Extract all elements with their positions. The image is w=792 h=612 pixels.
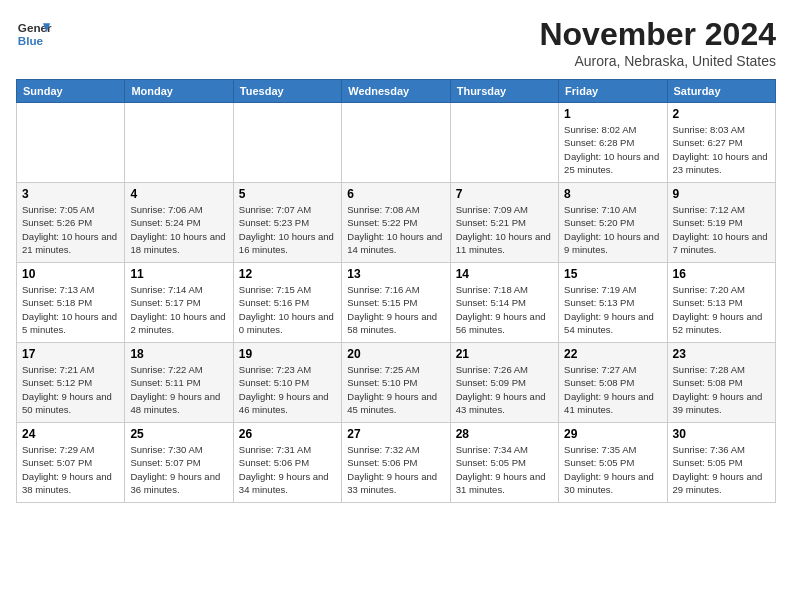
calendar-cell: 20Sunrise: 7:25 AMSunset: 5:10 PMDayligh… xyxy=(342,343,450,423)
weekday-header-friday: Friday xyxy=(559,80,667,103)
day-number: 1 xyxy=(564,107,661,121)
day-info: Sunrise: 7:36 AMSunset: 5:05 PMDaylight:… xyxy=(673,443,770,496)
day-number: 15 xyxy=(564,267,661,281)
day-info: Sunrise: 7:09 AMSunset: 5:21 PMDaylight:… xyxy=(456,203,553,256)
calendar-cell: 17Sunrise: 7:21 AMSunset: 5:12 PMDayligh… xyxy=(17,343,125,423)
day-number: 27 xyxy=(347,427,444,441)
day-info: Sunrise: 7:14 AMSunset: 5:17 PMDaylight:… xyxy=(130,283,227,336)
logo-icon: General Blue xyxy=(16,16,52,52)
calendar-cell: 15Sunrise: 7:19 AMSunset: 5:13 PMDayligh… xyxy=(559,263,667,343)
weekday-header-monday: Monday xyxy=(125,80,233,103)
day-info: Sunrise: 7:21 AMSunset: 5:12 PMDaylight:… xyxy=(22,363,119,416)
day-info: Sunrise: 7:08 AMSunset: 5:22 PMDaylight:… xyxy=(347,203,444,256)
calendar-cell: 8Sunrise: 7:10 AMSunset: 5:20 PMDaylight… xyxy=(559,183,667,263)
calendar-week-row: 10Sunrise: 7:13 AMSunset: 5:18 PMDayligh… xyxy=(17,263,776,343)
day-number: 21 xyxy=(456,347,553,361)
calendar-week-row: 3Sunrise: 7:05 AMSunset: 5:26 PMDaylight… xyxy=(17,183,776,263)
day-info: Sunrise: 7:18 AMSunset: 5:14 PMDaylight:… xyxy=(456,283,553,336)
day-number: 6 xyxy=(347,187,444,201)
day-info: Sunrise: 8:03 AMSunset: 6:27 PMDaylight:… xyxy=(673,123,770,176)
calendar-cell xyxy=(342,103,450,183)
day-info: Sunrise: 7:34 AMSunset: 5:05 PMDaylight:… xyxy=(456,443,553,496)
calendar-cell: 6Sunrise: 7:08 AMSunset: 5:22 PMDaylight… xyxy=(342,183,450,263)
day-info: Sunrise: 7:05 AMSunset: 5:26 PMDaylight:… xyxy=(22,203,119,256)
calendar-cell: 10Sunrise: 7:13 AMSunset: 5:18 PMDayligh… xyxy=(17,263,125,343)
day-number: 23 xyxy=(673,347,770,361)
calendar-cell: 1Sunrise: 8:02 AMSunset: 6:28 PMDaylight… xyxy=(559,103,667,183)
day-info: Sunrise: 7:25 AMSunset: 5:10 PMDaylight:… xyxy=(347,363,444,416)
calendar-cell: 7Sunrise: 7:09 AMSunset: 5:21 PMDaylight… xyxy=(450,183,558,263)
day-number: 3 xyxy=(22,187,119,201)
svg-text:Blue: Blue xyxy=(18,34,44,47)
calendar-cell: 22Sunrise: 7:27 AMSunset: 5:08 PMDayligh… xyxy=(559,343,667,423)
calendar-week-row: 17Sunrise: 7:21 AMSunset: 5:12 PMDayligh… xyxy=(17,343,776,423)
calendar-cell: 23Sunrise: 7:28 AMSunset: 5:08 PMDayligh… xyxy=(667,343,775,423)
day-number: 30 xyxy=(673,427,770,441)
day-number: 14 xyxy=(456,267,553,281)
calendar-cell: 27Sunrise: 7:32 AMSunset: 5:06 PMDayligh… xyxy=(342,423,450,503)
day-info: Sunrise: 7:30 AMSunset: 5:07 PMDaylight:… xyxy=(130,443,227,496)
calendar-week-row: 1Sunrise: 8:02 AMSunset: 6:28 PMDaylight… xyxy=(17,103,776,183)
day-number: 19 xyxy=(239,347,336,361)
weekday-header-sunday: Sunday xyxy=(17,80,125,103)
day-info: Sunrise: 7:23 AMSunset: 5:10 PMDaylight:… xyxy=(239,363,336,416)
day-number: 22 xyxy=(564,347,661,361)
day-info: Sunrise: 7:31 AMSunset: 5:06 PMDaylight:… xyxy=(239,443,336,496)
day-number: 11 xyxy=(130,267,227,281)
day-number: 8 xyxy=(564,187,661,201)
calendar-cell: 19Sunrise: 7:23 AMSunset: 5:10 PMDayligh… xyxy=(233,343,341,423)
title-area: November 2024 Aurora, Nebraska, United S… xyxy=(539,16,776,69)
calendar-cell: 28Sunrise: 7:34 AMSunset: 5:05 PMDayligh… xyxy=(450,423,558,503)
day-number: 25 xyxy=(130,427,227,441)
day-number: 12 xyxy=(239,267,336,281)
header-area: General Blue November 2024 Aurora, Nebra… xyxy=(16,16,776,69)
day-info: Sunrise: 7:20 AMSunset: 5:13 PMDaylight:… xyxy=(673,283,770,336)
day-number: 9 xyxy=(673,187,770,201)
day-info: Sunrise: 7:12 AMSunset: 5:19 PMDaylight:… xyxy=(673,203,770,256)
logo: General Blue xyxy=(16,16,52,52)
day-info: Sunrise: 7:35 AMSunset: 5:05 PMDaylight:… xyxy=(564,443,661,496)
day-number: 13 xyxy=(347,267,444,281)
weekday-header-tuesday: Tuesday xyxy=(233,80,341,103)
calendar-table: SundayMondayTuesdayWednesdayThursdayFrid… xyxy=(16,79,776,503)
day-info: Sunrise: 7:06 AMSunset: 5:24 PMDaylight:… xyxy=(130,203,227,256)
calendar-cell: 2Sunrise: 8:03 AMSunset: 6:27 PMDaylight… xyxy=(667,103,775,183)
day-number: 17 xyxy=(22,347,119,361)
day-number: 4 xyxy=(130,187,227,201)
month-title: November 2024 xyxy=(539,16,776,53)
day-info: Sunrise: 7:28 AMSunset: 5:08 PMDaylight:… xyxy=(673,363,770,416)
day-info: Sunrise: 7:10 AMSunset: 5:20 PMDaylight:… xyxy=(564,203,661,256)
day-number: 26 xyxy=(239,427,336,441)
day-number: 2 xyxy=(673,107,770,121)
calendar-cell: 18Sunrise: 7:22 AMSunset: 5:11 PMDayligh… xyxy=(125,343,233,423)
day-info: Sunrise: 7:26 AMSunset: 5:09 PMDaylight:… xyxy=(456,363,553,416)
day-number: 28 xyxy=(456,427,553,441)
day-info: Sunrise: 7:16 AMSunset: 5:15 PMDaylight:… xyxy=(347,283,444,336)
day-info: Sunrise: 8:02 AMSunset: 6:28 PMDaylight:… xyxy=(564,123,661,176)
day-info: Sunrise: 7:29 AMSunset: 5:07 PMDaylight:… xyxy=(22,443,119,496)
day-info: Sunrise: 7:32 AMSunset: 5:06 PMDaylight:… xyxy=(347,443,444,496)
calendar-cell: 30Sunrise: 7:36 AMSunset: 5:05 PMDayligh… xyxy=(667,423,775,503)
calendar-cell: 26Sunrise: 7:31 AMSunset: 5:06 PMDayligh… xyxy=(233,423,341,503)
calendar-cell: 13Sunrise: 7:16 AMSunset: 5:15 PMDayligh… xyxy=(342,263,450,343)
calendar-week-row: 24Sunrise: 7:29 AMSunset: 5:07 PMDayligh… xyxy=(17,423,776,503)
calendar-cell: 12Sunrise: 7:15 AMSunset: 5:16 PMDayligh… xyxy=(233,263,341,343)
day-info: Sunrise: 7:07 AMSunset: 5:23 PMDaylight:… xyxy=(239,203,336,256)
day-number: 24 xyxy=(22,427,119,441)
day-info: Sunrise: 7:15 AMSunset: 5:16 PMDaylight:… xyxy=(239,283,336,336)
calendar-cell: 21Sunrise: 7:26 AMSunset: 5:09 PMDayligh… xyxy=(450,343,558,423)
weekday-header-thursday: Thursday xyxy=(450,80,558,103)
weekday-header-wednesday: Wednesday xyxy=(342,80,450,103)
calendar-cell xyxy=(125,103,233,183)
location-title: Aurora, Nebraska, United States xyxy=(539,53,776,69)
calendar-cell xyxy=(17,103,125,183)
day-number: 7 xyxy=(456,187,553,201)
calendar-cell: 16Sunrise: 7:20 AMSunset: 5:13 PMDayligh… xyxy=(667,263,775,343)
day-number: 20 xyxy=(347,347,444,361)
calendar-cell xyxy=(233,103,341,183)
calendar-cell: 24Sunrise: 7:29 AMSunset: 5:07 PMDayligh… xyxy=(17,423,125,503)
day-info: Sunrise: 7:22 AMSunset: 5:11 PMDaylight:… xyxy=(130,363,227,416)
day-info: Sunrise: 7:19 AMSunset: 5:13 PMDaylight:… xyxy=(564,283,661,336)
weekday-header-saturday: Saturday xyxy=(667,80,775,103)
day-number: 16 xyxy=(673,267,770,281)
